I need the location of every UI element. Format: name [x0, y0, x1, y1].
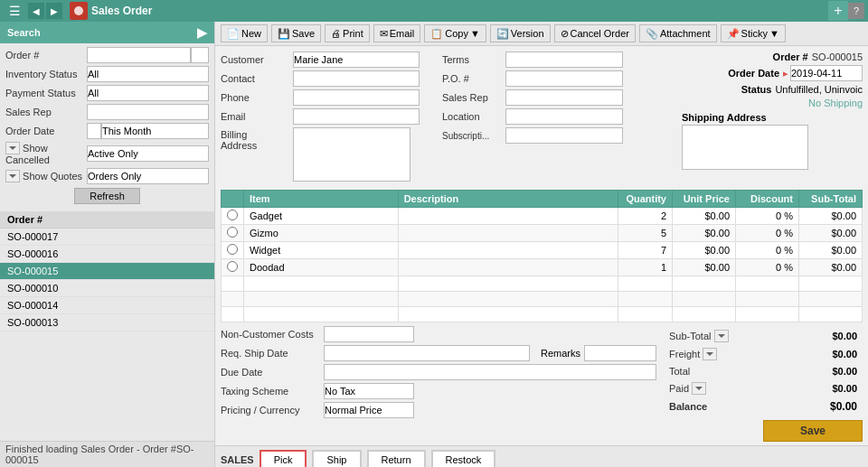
taxing-scheme-select[interactable]: No Tax [324, 383, 414, 399]
contact-label: Contact [221, 73, 293, 84]
order-num-filter[interactable] [191, 47, 209, 63]
back-button[interactable]: ◀ [28, 3, 44, 19]
new-button[interactable]: 📄 New [221, 24, 268, 42]
row-radio-cell [222, 225, 244, 242]
paid-dropdown[interactable] [692, 382, 706, 395]
phone-input[interactable] [293, 89, 420, 106]
col-header-radio [222, 191, 244, 208]
form-middle: Terms P.O. # Sales Rep Location [442, 51, 656, 184]
expand-icon[interactable]: ▶ [197, 25, 207, 40]
po-num-input[interactable] [505, 70, 623, 87]
no-shipping-link[interactable]: No Shipping [808, 98, 863, 108]
row-radio[interactable] [227, 227, 238, 238]
window-title: Sales Order [91, 5, 828, 17]
customer-select[interactable]: Marie Jane [293, 51, 420, 68]
tab-return[interactable]: Return [367, 450, 426, 467]
show-quotes-select[interactable]: Orders Only [87, 168, 209, 184]
order-date-input[interactable] [790, 65, 863, 81]
req-ship-date-row: Req. Ship Date Remarks [221, 345, 656, 361]
non-customer-costs-select[interactable] [324, 326, 414, 342]
location-label: Location [442, 111, 505, 122]
add-tab-button[interactable]: + [828, 1, 848, 21]
req-ship-date-input[interactable] [324, 345, 530, 361]
refresh-button[interactable]: Refresh [74, 188, 140, 204]
customer-label: Customer [221, 54, 293, 65]
cancel-order-button[interactable]: ⊘ Cancel Order [554, 24, 636, 42]
row-unit-price: $0.00 [673, 208, 736, 225]
list-item[interactable]: SO-000014 [0, 297, 214, 314]
list-item[interactable]: SO-000013 [0, 314, 214, 332]
sales-section: SALES Pick Ship Return Restock [215, 445, 868, 467]
version-button[interactable]: 🔄 Version [490, 24, 551, 42]
form-left: Customer Marie Jane Contact Phone Email [221, 51, 435, 184]
list-item[interactable]: SO-000010 [0, 280, 214, 297]
tab-restock[interactable]: Restock [431, 450, 496, 467]
row-unit-price: $0.00 [673, 242, 736, 259]
order-date-row: Order Date This Month [5, 123, 209, 139]
show-cancelled-row: Show Cancelled Active Only [5, 142, 209, 165]
table-row-empty [222, 292, 863, 307]
print-button[interactable]: 🖨 Print [325, 24, 370, 42]
attachment-button[interactable]: 📎 Attachment [639, 24, 717, 42]
tab-ship[interactable]: Ship [312, 450, 361, 467]
show-quotes-toggle[interactable] [5, 170, 20, 182]
billing-label: BillingAddress [221, 127, 293, 151]
order-num-input[interactable] [87, 47, 191, 63]
help-button[interactable]: ? [848, 3, 864, 19]
list-item[interactable]: SO-000016 [0, 246, 214, 263]
menu-icon[interactable]: ☰ [4, 4, 26, 18]
order-date-select[interactable]: This Month [101, 123, 209, 139]
status-message: Finished loading Sales Order - Order #SO… [5, 444, 193, 465]
sticky-button[interactable]: 📌 Sticky ▼ [721, 24, 786, 42]
table-row: Gizmo 5 $0.00 0 % $0.00 [222, 225, 863, 242]
pricing-currency-select[interactable]: Normal Price [324, 402, 414, 418]
copy-button[interactable]: 📋 Copy ▼ [424, 24, 486, 42]
email-input[interactable] [293, 108, 420, 125]
toolbar: 📄 New 💾 Save 🖨 Print ✉ Email 📋 Copy ▼ [215, 22, 868, 46]
billing-textarea[interactable] [293, 127, 410, 182]
col-header-description: Description [398, 191, 618, 208]
email-label: Email [221, 111, 293, 122]
freight-dropdown[interactable] [703, 348, 717, 360]
table-row: Gadget 2 $0.00 0 % $0.00 [222, 208, 863, 225]
email-button[interactable]: ✉ Email [373, 24, 421, 42]
paid-row: Paid $0.00 [665, 380, 861, 397]
shipping-textarea[interactable] [682, 125, 808, 170]
sticky-dropdown-icon: ▼ [769, 28, 779, 39]
sales-rep-select[interactable] [87, 104, 209, 120]
save-button[interactable]: 💾 Save [271, 24, 321, 42]
total-value: $0.00 [795, 364, 861, 378]
print-icon: 🖨 [331, 28, 341, 39]
copy-dropdown-icon: ▼ [470, 28, 480, 39]
terms-select[interactable] [505, 51, 623, 68]
location-select[interactable] [505, 108, 623, 125]
payment-status-select[interactable]: All [87, 85, 209, 101]
contact-input[interactable] [293, 70, 420, 87]
show-cancelled-label: Show Cancelled [5, 142, 87, 165]
col-header-unit-price: Unit Price [673, 191, 736, 208]
row-radio[interactable] [227, 261, 238, 272]
row-radio[interactable] [227, 244, 238, 255]
remarks-select[interactable] [584, 345, 656, 361]
row-sub-total: $0.00 [799, 225, 863, 242]
row-item: Widget [244, 242, 399, 259]
form-right-info: Order # SO-000015 Order Date ▸ Status Un… [664, 51, 863, 184]
show-cancelled-select[interactable]: Active Only [87, 145, 209, 162]
forward-button[interactable]: ▶ [46, 3, 62, 19]
row-radio[interactable] [227, 210, 238, 220]
app-icon [70, 2, 88, 20]
non-customer-costs-row: Non-Customer Costs [221, 326, 656, 342]
subtotal-dropdown[interactable] [714, 330, 729, 342]
subscription-input[interactable] [505, 127, 623, 144]
tab-pick[interactable]: Pick [259, 450, 307, 467]
show-cancelled-toggle[interactable] [5, 142, 20, 154]
list-item[interactable]: SO-000015 [0, 263, 214, 280]
due-date-input[interactable] [324, 364, 656, 380]
order-date-filter[interactable] [87, 123, 101, 139]
col-header-quantity: Quantity [618, 191, 673, 208]
sales-rep-form-select[interactable] [505, 89, 623, 106]
inventory-status-select[interactable]: All [87, 66, 209, 82]
save-big-button[interactable]: Save [763, 420, 863, 442]
nav-buttons: ☰ ◀ ▶ [0, 3, 66, 19]
list-item[interactable]: SO-000017 [0, 229, 214, 246]
